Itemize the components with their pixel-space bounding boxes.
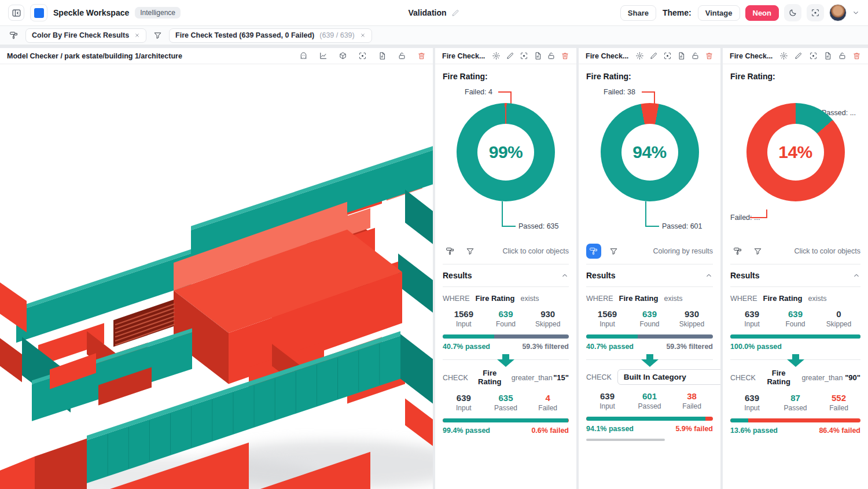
avatar[interactable] — [829, 4, 847, 21]
donut-ring[interactable]: 94% — [601, 103, 699, 201]
file-icon[interactable] — [534, 52, 542, 60]
gear-icon[interactable] — [635, 52, 644, 60]
file-icon[interactable] — [378, 52, 387, 60]
funnel-icon — [609, 247, 618, 256]
stat-value: 639 — [586, 391, 628, 401]
file-icon[interactable] — [823, 52, 832, 60]
scan-icon[interactable] — [663, 52, 672, 60]
passed-note: 100.0% passed — [730, 343, 782, 351]
edit-icon[interactable] — [649, 52, 658, 60]
isolate-filter-button[interactable] — [606, 244, 621, 259]
scan-icon[interactable] — [520, 52, 528, 60]
speckle-app: Speckle Workspace Intelligence Validatio… — [0, 0, 868, 489]
chevron-up-icon — [852, 271, 860, 280]
stat-label: Passed — [485, 404, 527, 412]
results-section-toggle[interactable]: Results — [586, 264, 713, 287]
dark-mode-button[interactable] — [784, 4, 801, 21]
funnel-icon[interactable] — [153, 31, 162, 40]
stat-label: Input — [586, 402, 628, 410]
color-objects-button[interactable] — [586, 244, 601, 259]
trash-icon[interactable] — [852, 52, 861, 60]
workspace-logo[interactable] — [30, 4, 47, 21]
color-hint: Click to color objects — [794, 247, 860, 255]
focus-mode-button[interactable] — [807, 4, 824, 21]
close-icon[interactable] — [134, 32, 140, 38]
paint-roller-icon — [589, 247, 598, 256]
edit-icon[interactable] — [451, 9, 460, 17]
scan-icon[interactable] — [358, 52, 367, 60]
ghost-icon[interactable] — [299, 52, 308, 60]
results-section-toggle[interactable]: Results — [730, 264, 860, 287]
model-3d-view[interactable] — [0, 64, 433, 489]
donut-chart: Failed: 38 94% Passed: 601 — [586, 81, 713, 238]
edit-icon[interactable] — [506, 52, 514, 60]
trash-icon[interactable] — [417, 52, 426, 60]
progress-bar — [443, 418, 569, 422]
trash-icon[interactable] — [561, 52, 569, 60]
check-clause: CHECK Fire Rating greater_than "15" 639I… — [443, 359, 569, 442]
theme-neon-button[interactable]: Neon — [745, 5, 779, 21]
color-filter-tab[interactable]: Color By Fire Check Results — [25, 28, 146, 43]
flow-arrow-icon — [641, 354, 659, 369]
edit-icon[interactable] — [794, 52, 803, 60]
panel-title: Fire Check... — [730, 52, 773, 60]
where-keyword: WHERE — [586, 295, 613, 303]
passed-callout: Passed: 601 — [662, 222, 703, 230]
paint-roller-icon[interactable] — [9, 31, 19, 40]
check-op: greater_than — [512, 374, 553, 382]
progress-bar — [443, 334, 569, 339]
stat-label: Skipped — [671, 320, 713, 328]
stat-label: Found — [774, 320, 817, 328]
stat-value: 639 — [628, 309, 671, 319]
theme-vintage-button[interactable]: Vintage — [698, 5, 740, 21]
filter-bar: Color By Fire Check Results Fire Check T… — [0, 26, 868, 45]
gear-icon[interactable] — [492, 52, 501, 60]
panel-collapse-button[interactable] — [8, 5, 24, 21]
lock-open-icon[interactable] — [838, 52, 847, 60]
lock-open-icon[interactable] — [691, 52, 700, 60]
check-category-select[interactable]: Built In Category — [617, 369, 720, 385]
share-button[interactable]: Share — [620, 5, 656, 21]
paint-roller-icon — [733, 247, 742, 256]
fire-check-filter-tab[interactable]: Fire Check Tested (639 Passed, 0 Failed)… — [169, 28, 372, 43]
progress-bar — [730, 418, 860, 422]
where-field: Fire Rating — [763, 294, 803, 303]
results-section-toggle[interactable]: Results — [443, 264, 569, 287]
line-chart-icon[interactable] — [319, 52, 328, 60]
stat-value: 930 — [527, 309, 569, 319]
chevron-down-icon[interactable] — [852, 9, 860, 17]
lock-open-icon[interactable] — [547, 52, 556, 60]
trash-icon[interactable] — [705, 52, 713, 60]
stat-value: 552 — [817, 393, 860, 403]
failed-callout: Failed: ... — [730, 214, 760, 222]
progress-bar — [586, 417, 713, 421]
stat-label: Passed — [628, 402, 671, 410]
horizontal-scrollbar[interactable] — [586, 439, 665, 441]
stat-label: Skipped — [817, 320, 860, 328]
isolate-filter-button[interactable] — [462, 244, 477, 259]
close-icon[interactable] — [360, 32, 366, 38]
stat-label: Input — [443, 404, 485, 412]
filtered-note: 59.3% filtered — [666, 343, 713, 351]
stat-value: 639 — [730, 309, 774, 319]
cube-icon[interactable] — [339, 52, 347, 60]
stat-label: Failed — [817, 404, 860, 412]
donut-ring[interactable]: 14% — [746, 103, 845, 201]
where-field: Fire Rating — [619, 294, 659, 303]
where-op: exists — [520, 295, 539, 303]
callout-line — [502, 201, 503, 227]
color-objects-button[interactable] — [443, 244, 458, 259]
failed-note: 86.4% failed — [819, 427, 860, 435]
fire-check-filter-label: Fire Check Tested (639 Passed, 0 Failed) — [175, 31, 314, 39]
donut-ring[interactable]: 99% — [457, 103, 555, 201]
color-objects-button[interactable] — [730, 244, 745, 259]
gear-icon[interactable] — [779, 52, 788, 60]
scan-icon[interactable] — [809, 52, 818, 60]
check-value: "90" — [845, 373, 860, 382]
file-icon[interactable] — [677, 52, 686, 60]
lock-open-icon[interactable] — [398, 52, 406, 60]
stat-label: Input — [730, 404, 774, 412]
stat-value: 930 — [671, 309, 713, 319]
isolate-filter-button[interactable] — [750, 244, 765, 259]
callout-line — [502, 226, 516, 227]
